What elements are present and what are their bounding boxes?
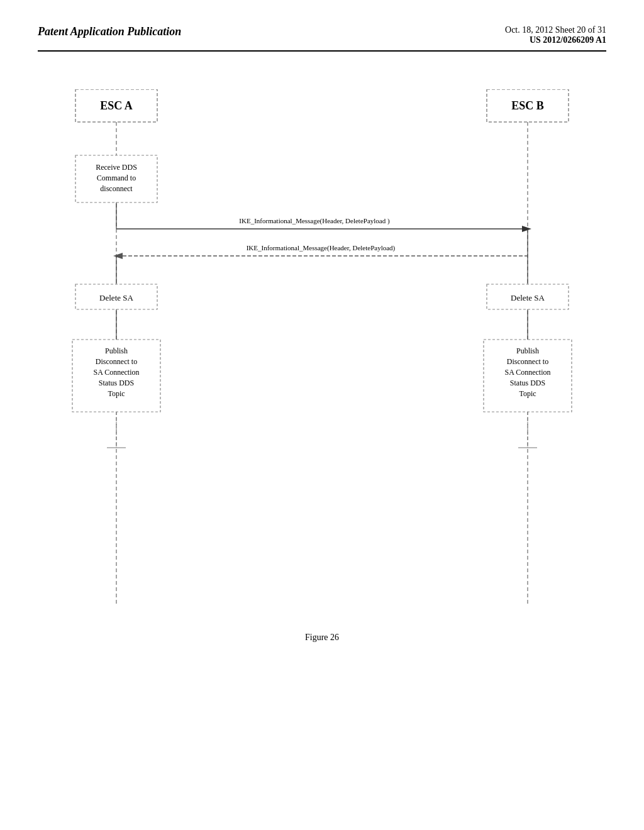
page-header: Patent Application Publication Oct. 18, … [38, 25, 606, 52]
patent-page: Patent Application Publication Oct. 18, … [0, 0, 644, 830]
svg-text:SA Connection: SA Connection [504, 368, 550, 377]
svg-rect-22 [487, 284, 569, 309]
svg-text:SA Connection: SA Connection [93, 368, 139, 377]
diagram-area: ESC A ESC B Receive DDS Command to disco… [38, 89, 606, 655]
svg-text:Command to: Command to [97, 174, 136, 182]
svg-text:Topic: Topic [519, 389, 536, 398]
publication-title: Patent Application Publication [38, 25, 181, 38]
svg-text:IKE_Informational_Message(Head: IKE_Informational_Message(Header, Delete… [239, 217, 390, 225]
svg-text:Status DDS: Status DDS [510, 379, 545, 387]
svg-text:IKE_Informational_Message(Head: IKE_Informational_Message(Header, Delete… [247, 244, 396, 252]
svg-rect-1 [487, 89, 569, 122]
svg-text:Delete SA: Delete SA [511, 293, 545, 302]
svg-text:Topic: Topic [108, 389, 125, 398]
svg-rect-32 [484, 340, 572, 412]
svg-marker-12 [522, 226, 531, 232]
svg-rect-19 [75, 284, 157, 309]
diagram-svg: ESC A ESC B Receive DDS Command to disco… [38, 89, 606, 655]
svg-text:disconnect: disconnect [100, 184, 133, 193]
svg-rect-25 [72, 340, 160, 412]
svg-marker-16 [113, 253, 123, 259]
svg-rect-6 [75, 155, 157, 202]
svg-text:Delete SA: Delete SA [99, 293, 133, 302]
header-right: Oct. 18, 2012 Sheet 20 of 31 US 2012/026… [505, 25, 606, 45]
svg-text:ESC A: ESC A [100, 99, 133, 112]
svg-text:Publish: Publish [516, 346, 539, 355]
svg-text:Disconnect to: Disconnect to [507, 357, 548, 366]
patent-number: US 2012/0266209 A1 [505, 35, 606, 45]
svg-rect-0 [75, 89, 157, 122]
figure-caption: Figure 26 [305, 633, 339, 643]
svg-text:Status DDS: Status DDS [99, 379, 134, 387]
svg-text:Publish: Publish [105, 346, 128, 355]
svg-text:ESC B: ESC B [511, 99, 544, 112]
svg-text:Disconnect to: Disconnect to [96, 357, 137, 366]
date-sheet: Oct. 18, 2012 Sheet 20 of 31 [505, 25, 606, 35]
svg-text:Receive DDS: Receive DDS [96, 163, 137, 172]
